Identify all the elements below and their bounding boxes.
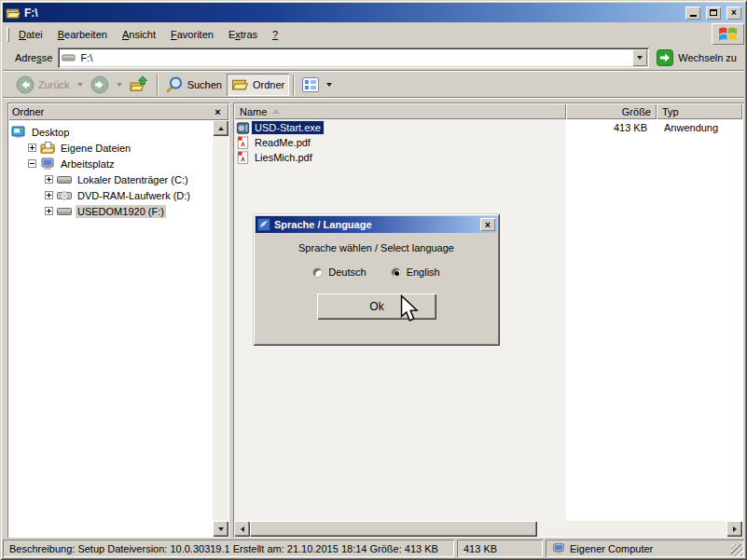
address-input[interactable]: F:\ <box>58 48 649 68</box>
column-header-size[interactable]: Größe <box>566 103 657 119</box>
views-button[interactable] <box>297 74 324 96</box>
address-bar: Adresse F:\ Wechseln zu <box>3 45 744 71</box>
dialog-app-icon <box>257 218 270 231</box>
minimize-button[interactable] <box>685 7 700 20</box>
folders-panel: Ordner × Desktop <box>7 102 229 538</box>
folders-panel-header: Ordner × <box>8 103 228 120</box>
status-location: Eigener Computer <box>546 540 744 557</box>
radio-deutsch[interactable]: Deutsch <box>312 266 366 278</box>
language-options: Deutsch English <box>253 266 500 278</box>
radio-button-icon[interactable] <box>312 267 323 278</box>
title-bar: F:\ × <box>3 3 744 22</box>
scroll-right-button[interactable] <box>726 521 742 537</box>
language-dialog: Sprache / Language × Sprache wählen / Se… <box>253 213 500 346</box>
column-header-name[interactable]: Name <box>234 103 566 119</box>
radio-button-icon[interactable] <box>391 267 401 278</box>
expand-minus-icon[interactable] <box>28 159 36 168</box>
app-folder-icon <box>6 6 21 20</box>
forward-icon <box>90 75 109 94</box>
scroll-up-button[interactable] <box>213 120 228 136</box>
back-label: Zurück <box>38 79 70 90</box>
status-size: 413 KB <box>457 540 543 557</box>
go-button[interactable]: Wechseln zu <box>649 49 744 66</box>
column-header-type[interactable]: Typ <box>657 103 742 119</box>
folders-label: Ordner <box>253 79 284 90</box>
back-dropdown[interactable] <box>75 74 86 96</box>
file-row-usd-start[interactable]: USD-Start.exe 413 KB Anwendung <box>234 120 742 135</box>
radio-deutsch-label: Deutsch <box>328 266 366 278</box>
file-list-hscrollbar[interactable] <box>234 521 742 537</box>
expand-plus-icon[interactable] <box>28 143 36 152</box>
folders-button[interactable]: Ordner <box>227 74 289 96</box>
close-button[interactable]: × <box>726 7 741 20</box>
menu-hilfe[interactable]: ? <box>265 23 285 45</box>
menu-favoriten[interactable]: Favoriten <box>163 23 221 45</box>
file-row-readme[interactable]: ReadMe.pdf <box>234 135 742 150</box>
dialog-title: Sprache / Language <box>274 219 477 230</box>
search-button[interactable]: Suchen <box>161 74 227 96</box>
dialog-message: Sprache wählen / Select language <box>253 242 500 253</box>
dialog-title-bar: Sprache / Language × <box>256 216 497 233</box>
file-row-liesmich[interactable]: LiesMich.pdf <box>234 150 742 165</box>
views-grid-icon <box>302 77 319 92</box>
folders-panel-close-icon[interactable]: × <box>211 105 225 118</box>
scroll-left-button[interactable] <box>234 521 250 537</box>
pdf-file-icon <box>236 151 250 165</box>
back-button[interactable]: Zurück <box>11 74 75 96</box>
forward-dropdown[interactable] <box>114 74 125 96</box>
removable-drive-icon <box>57 204 72 219</box>
toolbar: Zurück <box>3 72 744 98</box>
desktop-icon <box>11 125 26 140</box>
radio-english[interactable]: English <box>391 266 440 278</box>
search-label: Suchen <box>187 79 222 90</box>
address-value: F:\ <box>80 52 92 63</box>
up-button[interactable] <box>125 74 153 96</box>
my-computer-icon <box>552 542 565 555</box>
file-list: USD-Start.exe 413 KB Anwendung ReadMe.pd… <box>234 120 742 165</box>
dialog-close-button[interactable]: × <box>480 218 495 231</box>
address-dropdown-button[interactable] <box>632 49 647 66</box>
hard-drive-icon <box>57 172 72 187</box>
hscroll-thumb[interactable] <box>250 521 537 537</box>
status-bar: Beschreibung: Setup Dateiversion: 10.0.3… <box>3 538 744 557</box>
expand-plus-icon[interactable] <box>45 191 53 199</box>
expand-plus-icon[interactable] <box>45 175 53 184</box>
tree-item-drive-f[interactable]: USEDOM1920 (F:) <box>8 203 213 219</box>
views-dropdown[interactable] <box>324 74 335 96</box>
drive-icon <box>62 51 76 64</box>
computer-icon <box>40 157 55 171</box>
tree-item-arbeitsplatz[interactable]: Arbeitsplatz <box>8 156 213 171</box>
folders-panel-title: Ordner <box>12 106 211 117</box>
menu-bearbeiten[interactable]: Bearbeiten <box>50 23 115 45</box>
go-label: Wechseln zu <box>678 52 737 63</box>
menu-datei[interactable]: Datei <box>11 23 50 45</box>
exe-file-icon <box>236 121 250 135</box>
dvd-drive-icon <box>57 188 72 203</box>
scroll-down-button[interactable] <box>213 521 228 537</box>
menu-extras[interactable]: Extras <box>221 23 265 45</box>
window-title: F:\ <box>24 7 682 20</box>
maximize-button[interactable] <box>706 7 721 20</box>
folder-icon <box>231 76 249 92</box>
resize-grip[interactable] <box>731 544 743 556</box>
address-label: Adresse <box>11 52 58 63</box>
radio-english-label: English <box>407 266 440 278</box>
tree-item-desktop[interactable]: Desktop <box>8 124 213 140</box>
menu-grip[interactable] <box>7 27 9 42</box>
menu-bar: Datei Bearbeiten Ansicht Favoriten Extra… <box>3 23 744 45</box>
folder-tree: Desktop Eigene Dateien <box>8 120 213 537</box>
menu-ansicht[interactable]: Ansicht <box>115 23 163 45</box>
back-icon <box>16 75 35 94</box>
sort-ascending-icon <box>272 109 280 114</box>
tree-item-eigene-dateien[interactable]: Eigene Dateien <box>8 140 213 156</box>
tree-item-drive-c[interactable]: Lokaler Datenträger (C:) <box>8 171 213 187</box>
forward-button[interactable] <box>86 74 114 96</box>
tree-scrollbar[interactable] <box>213 120 228 537</box>
my-documents-icon <box>40 141 55 156</box>
windows-logo <box>712 23 744 45</box>
explorer-window: F:\ × Datei Bearbeiten Ansicht Favoriten… <box>0 0 747 560</box>
status-description: Beschreibung: Setup Dateiversion: 10.0.3… <box>3 540 454 557</box>
expand-plus-icon[interactable] <box>45 207 53 215</box>
tree-item-drive-d[interactable]: DVD-RAM-Laufwerk (D:) <box>8 187 213 203</box>
go-icon <box>657 49 673 66</box>
